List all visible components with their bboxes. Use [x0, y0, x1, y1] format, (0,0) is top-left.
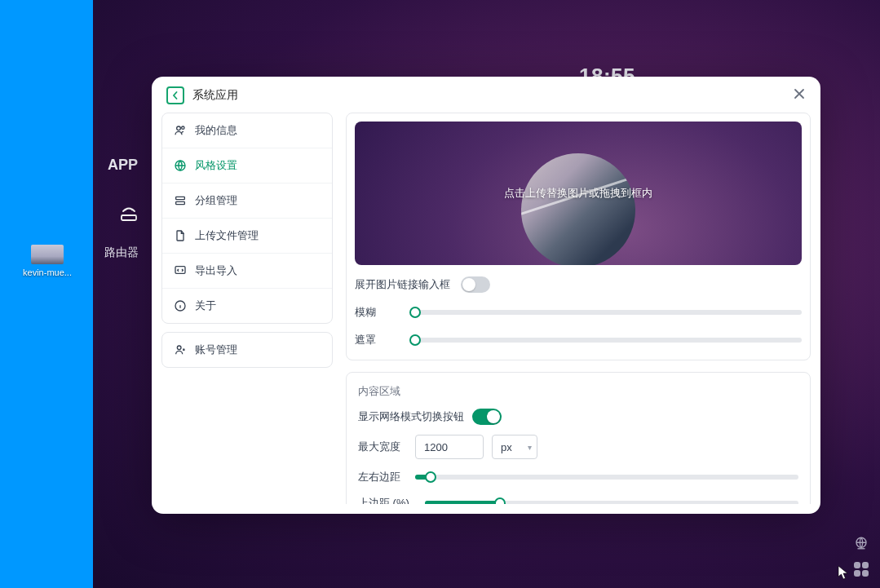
modal-title: 系统应用 [192, 88, 238, 103]
hmargin-slider[interactable] [415, 469, 798, 485]
blur-label: 模糊 [355, 305, 407, 320]
sidebar-item-label: 上传文件管理 [195, 228, 259, 243]
sidebar-item-group-manage[interactable]: 分组管理 [162, 183, 332, 218]
taskbar [0, 0, 93, 588]
router-icon[interactable] [120, 206, 138, 223]
upload-hint: 点击上传替换图片或拖拽到框内 [504, 186, 652, 201]
sidebar-item-upload-manage[interactable]: 上传文件管理 [162, 218, 332, 253]
svg-rect-2 [122, 215, 136, 220]
settings-sidebar: 我的信息 风格设置 分组管理 [161, 113, 333, 504]
image-thumbnail-icon [31, 245, 64, 264]
mask-label: 遮罩 [355, 333, 407, 347]
svg-rect-8 [176, 197, 185, 199]
content-area-section: 内容区域 显示网络模式切换按钮 最大宽度 1200 px ▾ 左右边距 [346, 372, 811, 504]
show-switch-toggle[interactable] [472, 409, 502, 425]
globe-icon[interactable] [854, 536, 869, 554]
account-icon [174, 343, 187, 356]
tmargin-label: 上边距 (%) [358, 496, 417, 504]
upload-dropzone[interactable]: 点击上传替换图片或拖拽到框内 [355, 122, 802, 265]
sidebar-item-style-settings[interactable]: 风格设置 [162, 148, 332, 183]
bottom-right-controls [854, 536, 869, 577]
svg-point-0 [125, 209, 126, 210]
svg-rect-10 [175, 267, 185, 274]
desktop-file-icon[interactable]: kevin-mue... [29, 245, 65, 277]
settings-modal: 系统应用 我的信息 风格设置 [152, 77, 820, 514]
router-label[interactable]: 路由器 [104, 245, 139, 260]
background-upload-section: 点击上传替换图片或拖拽到框内 展开图片链接输入框 模糊 遮罩 [346, 113, 811, 360]
tmargin-slider[interactable] [425, 495, 798, 504]
sidebar-item-account-manage[interactable]: 账号管理 [162, 333, 332, 367]
max-width-input[interactable]: 1200 [415, 435, 484, 459]
svg-point-14 [177, 346, 181, 350]
svg-point-5 [177, 126, 181, 130]
close-button[interactable] [793, 87, 806, 104]
sidebar-item-label: 账号管理 [195, 343, 237, 357]
transfer-icon [174, 264, 187, 277]
settings-content: 点击上传替换图片或拖拽到框内 展开图片链接输入框 模糊 遮罩 [346, 113, 811, 504]
expand-link-label: 展开图片链接输入框 [355, 277, 453, 292]
mask-slider[interactable] [415, 332, 802, 348]
palette-icon [174, 159, 187, 172]
app-section-label: APP [108, 157, 138, 174]
chevron-down-icon: ▾ [528, 443, 532, 452]
preview-image [521, 153, 635, 265]
modal-header: 系统应用 [152, 77, 820, 113]
sidebar-item-about[interactable]: 关于 [162, 288, 332, 323]
show-switch-label: 显示网络模式切换按钮 [358, 409, 464, 424]
expand-link-toggle[interactable] [461, 276, 490, 293]
max-width-label: 最大宽度 [358, 440, 407, 454]
sidebar-item-label: 关于 [195, 298, 216, 313]
collapse-sidebar-button[interactable] [166, 86, 184, 104]
svg-point-6 [182, 126, 184, 129]
max-width-unit-select[interactable]: px ▾ [492, 435, 537, 459]
file-icon [174, 229, 187, 242]
sidebar-item-label: 我的信息 [195, 123, 237, 138]
user-icon [174, 124, 187, 137]
sidebar-item-import-export[interactable]: 导出导入 [162, 253, 332, 288]
svg-point-1 [131, 209, 133, 210]
sidebar-item-label: 导出导入 [195, 263, 237, 278]
sidebar-item-label: 分组管理 [195, 193, 237, 208]
hmargin-label: 左右边距 [358, 470, 407, 484]
folder-icon [174, 194, 187, 207]
sidebar-item-label: 风格设置 [195, 158, 237, 173]
sidebar-item-my-info[interactable]: 我的信息 [162, 113, 332, 148]
svg-rect-9 [176, 201, 185, 204]
desktop-file-label: kevin-mue... [23, 267, 72, 277]
apps-grid-icon[interactable] [854, 562, 869, 577]
info-icon [174, 299, 187, 312]
blur-slider[interactable] [415, 304, 802, 321]
section-title: 内容区域 [358, 384, 798, 399]
mouse-cursor [838, 565, 849, 583]
